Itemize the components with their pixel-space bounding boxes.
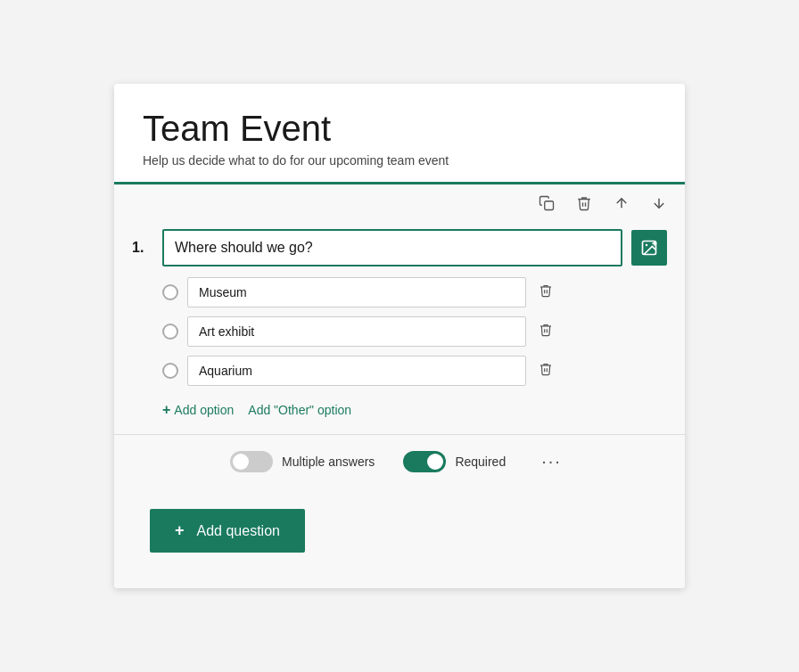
- plus-icon: +: [162, 402, 170, 418]
- required-slider: [403, 451, 446, 472]
- multiple-answers-toggle[interactable]: [230, 451, 273, 472]
- more-options-button[interactable]: ···: [534, 447, 569, 475]
- radio-aquarium[interactable]: [162, 363, 178, 379]
- add-image-button[interactable]: [631, 230, 667, 266]
- form-subtitle: Help us decide what to do for our upcomi…: [143, 153, 656, 168]
- multiple-answers-slider: [230, 451, 273, 472]
- form-card: Team Event Help us decide what to do for…: [114, 84, 685, 588]
- add-question-label: Add question: [197, 523, 280, 539]
- option-input-art-exhibit[interactable]: [187, 316, 526, 347]
- copy-icon: [539, 195, 555, 211]
- radio-art-exhibit[interactable]: [162, 324, 178, 340]
- options-list: [114, 274, 685, 389]
- arrow-down-icon: [651, 195, 667, 211]
- footer-controls: Multiple answers Required ···: [114, 435, 685, 488]
- multiple-answers-group: Multiple answers: [230, 451, 375, 472]
- move-up-button[interactable]: [610, 192, 633, 215]
- multiple-answers-label: Multiple answers: [282, 455, 375, 469]
- add-other-label: Add "Other" option: [248, 403, 351, 417]
- question-number: 1.: [132, 240, 153, 256]
- option-input-aquarium[interactable]: [187, 356, 526, 386]
- radio-museum[interactable]: [162, 284, 178, 300]
- delete-option-museum[interactable]: [535, 280, 556, 305]
- option-input-museum[interactable]: [187, 277, 526, 307]
- card-header: Team Event Help us decide what to do for…: [114, 84, 685, 184]
- option-row: [162, 356, 667, 386]
- delete-option-art-exhibit[interactable]: [535, 319, 556, 344]
- add-question-button[interactable]: + Add question: [150, 509, 305, 553]
- trash-aquarium-icon: [539, 362, 553, 376]
- add-question-plus-icon: +: [175, 521, 185, 540]
- option-row: [162, 277, 667, 307]
- required-group: Required: [403, 451, 506, 472]
- add-other-option-button[interactable]: Add "Other" option: [248, 401, 351, 419]
- question-row: 1.: [114, 222, 685, 274]
- required-toggle[interactable]: [403, 451, 446, 472]
- required-label: Required: [455, 455, 506, 469]
- trash-museum-icon: [539, 283, 553, 298]
- option-row: [162, 316, 667, 347]
- copy-button[interactable]: [535, 192, 558, 215]
- question-input[interactable]: [162, 229, 622, 266]
- question-toolbar: [114, 184, 685, 222]
- add-option-label: Add option: [174, 403, 234, 417]
- add-question-section: + Add question: [114, 488, 685, 588]
- svg-point-4: [646, 244, 648, 247]
- delete-question-button[interactable]: [572, 192, 596, 215]
- svg-rect-0: [545, 201, 554, 210]
- form-title: Team Event: [143, 109, 656, 148]
- question-section: 1.: [114, 184, 685, 488]
- trash-art-exhibit-icon: [539, 323, 553, 337]
- trash-icon: [576, 195, 592, 211]
- add-option-button[interactable]: + Add option: [162, 400, 234, 420]
- arrow-up-icon: [614, 195, 630, 211]
- move-down-button[interactable]: [647, 192, 671, 215]
- add-options-row: + Add option Add "Other" option: [114, 389, 685, 434]
- image-icon: [640, 239, 658, 257]
- delete-option-aquarium[interactable]: [535, 358, 556, 383]
